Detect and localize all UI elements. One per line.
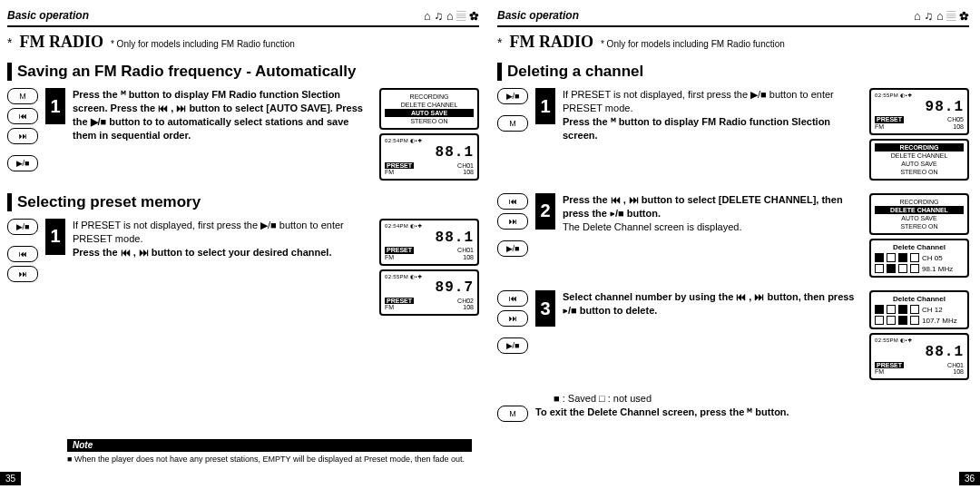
- m-button-icon: M: [7, 88, 38, 104]
- step-number-1: 1: [535, 88, 555, 124]
- legend-saved-notused: ■ : Saved □ : not used: [554, 393, 969, 404]
- step-number-2: 2: [535, 193, 555, 230]
- button-column: ⏮ ⏭ ▶/■: [497, 290, 528, 380]
- m-button-icon: M: [497, 115, 528, 132]
- step-number-1: 1: [45, 219, 65, 255]
- next-button-icon: ⏭: [497, 213, 528, 230]
- button-column: ▶/■ ⏮ ⏭: [7, 219, 38, 316]
- step-number-1: 1: [45, 88, 65, 124]
- note-body: ■ When the player does not have any pres…: [67, 451, 472, 464]
- title-fmradio: FM RADIO: [19, 33, 103, 52]
- next-button-icon: ⏭: [497, 310, 528, 327]
- autosave-block: M ⏮ ⏭ ▶/■ 1 Press the ᴹ button to displa…: [7, 88, 479, 181]
- m-button-icon: M: [497, 406, 528, 422]
- page-number-36: 36: [959, 472, 980, 485]
- title-fmradio: FM RADIO: [509, 33, 593, 52]
- note-box: Note ■ When the player does not have any…: [67, 439, 472, 464]
- exit-text: To exit the Delete Channel screen, press…: [535, 406, 969, 422]
- playstop-button-icon: ▶/■: [497, 88, 528, 104]
- delete-thumbs-2: RECORDING DELETE CHANNEL AUTO SAVE STERE…: [869, 193, 969, 278]
- button-column: M: [497, 406, 528, 422]
- autosave-step-text: Press the ᴹ button to display FM Radio f…: [73, 88, 372, 181]
- autosave-thumbs: RECORDING DELETE CHANNEL AUTO SAVE STERE…: [379, 88, 479, 181]
- delete-step1: ▶/■ M 1 If PRESET is not displayed, firs…: [497, 88, 969, 181]
- menu-thumb-deletechannel: RECORDING DELETE CHANNEL AUTO SAVE STERE…: [869, 193, 969, 235]
- lcd-thumb-897: 02:55PM ◐•❖ 89.7 PRESETCH02 FM108: [379, 269, 479, 317]
- playstop-button-icon: ▶/■: [497, 337, 528, 354]
- button-column: M ⏮ ⏭ ▶/■: [7, 88, 38, 181]
- preset-step-text: If PRESET is not displayed, first press …: [73, 219, 372, 316]
- prev-button-icon: ⏮: [7, 246, 38, 262]
- preset-block: ▶/■ ⏮ ⏭ 1 If PRESET is not displayed, fi…: [7, 219, 479, 316]
- manual-spread: Basic operation ⌂ ♫ ⌂ 𝄚 ✿ * FM RADIO * O…: [0, 0, 980, 489]
- menu-thumb-recording: RECORDING DELETE CHANNEL AUTO SAVE STERE…: [869, 139, 969, 181]
- lcd-thumb-881: 02:54PM ◐•❖ 88.1 PRESETCH01 FM108: [379, 133, 479, 181]
- lcd-thumb-881b: 02:54PM ◐•❖ 88.1 PRESETCH01 FM108: [379, 219, 479, 266]
- header-icons: ⌂ ♫ ⌂ 𝄚 ✿: [911, 7, 969, 24]
- preset-thumbs: 02:54PM ◐•❖ 88.1 PRESETCH01 FM108 02:55P…: [379, 219, 479, 316]
- next-button-icon: ⏭: [7, 266, 38, 282]
- heading-auto-save: Saving an FM Radio frequency - Automatic…: [7, 63, 479, 81]
- button-column: ⏮ ⏭ ▶/■: [497, 193, 528, 278]
- menu-thumb-autosave: RECORDING DELETE CHANNEL AUTO SAVE STERE…: [379, 88, 479, 130]
- delete-step3-text: Select channel number by using the ⏮ , ⏭…: [563, 290, 862, 380]
- title-footnote: * Only for models including FM Radio fun…: [111, 39, 295, 49]
- page-36: Basic operation ⌂ ♫ ⌂ 𝄚 ✿ * FM RADIO * O…: [490, 0, 980, 489]
- heading-preset-memory: Selecting preset memory: [7, 193, 479, 211]
- heading-deleting-channel: Deleting a channel: [497, 63, 969, 81]
- playstop-button-icon: ▶/■: [497, 240, 528, 257]
- delete-step2: ⏮ ⏭ ▶/■ 2 Press the ⏮ , ⏭ button to sele…: [497, 193, 969, 278]
- title-row: * FM RADIO * Only for models including F…: [497, 33, 969, 52]
- header-basic-operation: Basic operation: [497, 9, 579, 22]
- title-row: * FM RADIO * Only for models including F…: [7, 33, 479, 52]
- exit-row: M To exit the Delete Channel screen, pre…: [497, 406, 969, 422]
- header-icons: ⌂ ♫ ⌂ 𝄚 ✿: [421, 7, 479, 24]
- page-number-35: 35: [0, 472, 21, 485]
- page-header: Basic operation ⌂ ♫ ⌂ 𝄚 ✿: [7, 7, 479, 27]
- title-star: *: [497, 35, 502, 50]
- header-basic-operation: Basic operation: [7, 9, 89, 22]
- lcd-thumb-981: 02:55PM ◐•❖ 98.1 PRESETCH05 FM108: [869, 88, 969, 135]
- step-number-3: 3: [535, 290, 555, 327]
- delete-thumbs-3: Delete Channel CH 12 107.7 MHz 02:55PM ◐…: [869, 290, 969, 380]
- prev-button-icon: ⏮: [497, 290, 528, 307]
- delete-channel-box-2: Delete Channel CH 12 107.7 MHz: [869, 290, 969, 329]
- note-label: Note: [67, 439, 472, 451]
- delete-channel-box-1: Delete Channel CH 05 98.1 MHz: [869, 239, 969, 278]
- playstop-button-icon: ▶/■: [7, 219, 38, 235]
- delete-step1-text: If PRESET is not displayed, first press …: [563, 88, 862, 181]
- lcd-thumb-881c: 02:55PM ◐•❖ 88.1 PRESETCH01 FM108: [869, 333, 969, 380]
- next-button-icon: ⏭: [7, 128, 38, 144]
- page-35: Basic operation ⌂ ♫ ⌂ 𝄚 ✿ * FM RADIO * O…: [0, 0, 490, 489]
- delete-step2-text: Press the ⏮ , ⏭ button to select [DELETE…: [563, 193, 862, 278]
- page-header: Basic operation ⌂ ♫ ⌂ 𝄚 ✿: [497, 7, 969, 27]
- prev-button-icon: ⏮: [7, 108, 38, 124]
- title-footnote: * Only for models including FM Radio fun…: [601, 39, 785, 49]
- delete-step3: ⏮ ⏭ ▶/■ 3 Select channel number by using…: [497, 290, 969, 380]
- title-star: *: [7, 35, 12, 50]
- playstop-button-icon: ▶/■: [7, 155, 38, 171]
- delete-thumbs-1: 02:55PM ◐•❖ 98.1 PRESETCH05 FM108 RECORD…: [869, 88, 969, 181]
- prev-button-icon: ⏮: [497, 193, 528, 210]
- button-column: ▶/■ M: [497, 88, 528, 181]
